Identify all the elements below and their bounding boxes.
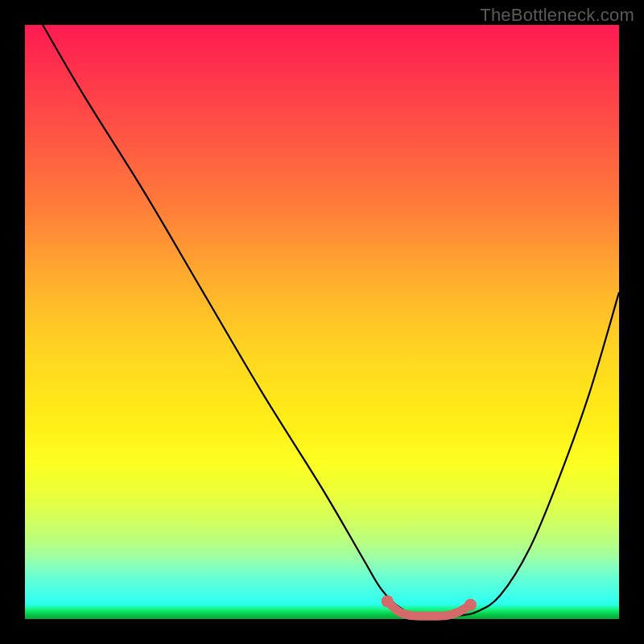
plot-area bbox=[25, 25, 619, 619]
chart-frame: TheBottleneck.com bbox=[0, 0, 644, 644]
optimal-dot-end bbox=[464, 599, 477, 611]
optimal-dot-start bbox=[382, 595, 394, 607]
watermark-text: TheBottleneck.com bbox=[480, 5, 634, 26]
bottleneck-curve bbox=[43, 25, 619, 617]
optimal-region-curve bbox=[387, 601, 470, 616]
chart-svg bbox=[25, 25, 619, 619]
